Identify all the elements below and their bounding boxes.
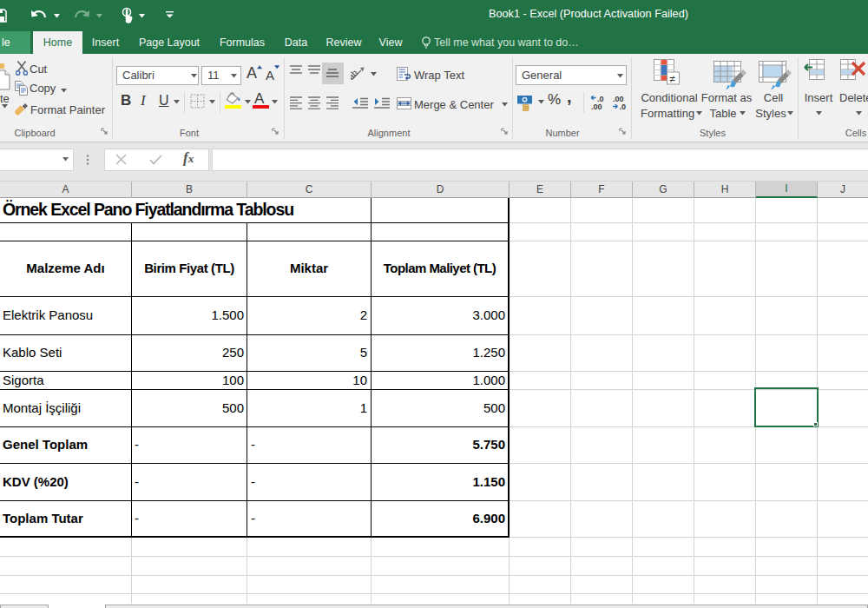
svg-text:ab: ab [351,68,359,82]
svg-text:≠: ≠ [670,73,676,85]
svg-text:.0: .0 [620,102,627,110]
svg-text:.00: .00 [591,102,602,110]
